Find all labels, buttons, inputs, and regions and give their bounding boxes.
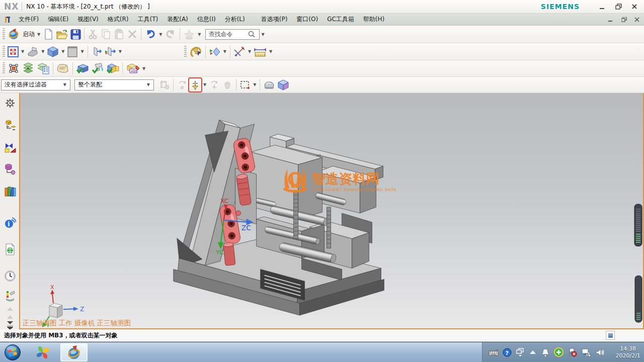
clip-view-icon[interactable] <box>606 331 615 340</box>
edit-section-icon[interactable] <box>90 45 103 59</box>
assembly-navigator-icon[interactable] <box>4 119 16 131</box>
gesture-icon[interactable] <box>182 27 196 41</box>
fit-view-icon[interactable] <box>7 45 20 59</box>
assembly-model[interactable] <box>174 120 384 315</box>
find-dropdown[interactable]: ▼ <box>260 32 266 37</box>
find-command-input[interactable] <box>208 31 248 38</box>
measure-icon[interactable] <box>232 45 247 59</box>
type-filter-dropdown[interactable]: ▼ <box>58 82 68 87</box>
true-shading-icon[interactable] <box>66 45 79 59</box>
paste-icon[interactable] <box>113 27 126 41</box>
shaded-object-icon[interactable] <box>262 78 276 92</box>
assembly-arrangements-icon[interactable] <box>21 61 36 75</box>
name-abc-icon[interactable]: ABC <box>125 61 141 75</box>
menu-close-button[interactable] <box>632 16 642 23</box>
tool-check-icon[interactable] <box>90 61 105 75</box>
menu-edit[interactable]: 编辑(E) <box>43 14 73 25</box>
dimension-dropdown[interactable]: ▼ <box>268 49 274 54</box>
start-orb-icon[interactable] <box>4 344 21 361</box>
action-flag-icon[interactable] <box>568 347 577 357</box>
menu-file[interactable]: 文件(F) <box>14 14 43 25</box>
roles-gear-icon[interactable] <box>4 97 16 109</box>
menu-view[interactable]: 视图(V) <box>73 14 103 25</box>
fit-dropdown[interactable]: ▼ <box>20 49 26 54</box>
cut-icon[interactable] <box>87 27 100 41</box>
undo-dropdown[interactable]: ▼ <box>157 32 164 37</box>
toolbar-grip[interactable] <box>3 62 5 74</box>
safety-plus-icon[interactable] <box>554 347 564 357</box>
open-file-icon[interactable] <box>55 27 69 41</box>
menu-help[interactable]: 帮助(H) <box>359 14 389 25</box>
menu-window[interactable]: 窗口(O) <box>292 14 323 25</box>
snap-navigation-icon[interactable] <box>188 45 203 59</box>
reuse-library-icon[interactable] <box>4 186 16 198</box>
scroll-up-alt-icon[interactable] <box>4 314 16 320</box>
pinwheel-app-icon[interactable] <box>34 344 51 361</box>
part-menu-icon[interactable] <box>4 16 11 24</box>
scroll-up-icon[interactable] <box>4 306 16 312</box>
toolbar-grip[interactable] <box>3 28 5 40</box>
scope-dropdown[interactable]: ▼ <box>142 82 151 87</box>
delete-icon[interactable] <box>126 27 139 41</box>
toolbar-grip[interactable] <box>184 46 187 58</box>
marquee-select-icon[interactable] <box>238 78 252 92</box>
snap-dropdown[interactable]: ▼ <box>202 82 208 87</box>
shaded-dropdown[interactable]: ▼ <box>60 49 66 54</box>
internet-info-icon[interactable]: i <box>4 217 16 229</box>
keyboard-tray-icon[interactable] <box>489 347 499 357</box>
orient-geometry-icon[interactable] <box>26 45 40 59</box>
launch-label[interactable]: 启动 <box>23 30 35 39</box>
menu-gc-toolbox[interactable]: GC工具箱 <box>323 14 359 25</box>
menu-format[interactable]: 格式(R) <box>103 14 133 25</box>
move-component-icon[interactable] <box>7 61 21 75</box>
nx-launch-icon[interactable] <box>7 27 21 41</box>
web-browser-icon[interactable] <box>4 243 16 255</box>
drag-hand-icon[interactable] <box>221 78 234 92</box>
copy-icon[interactable] <box>100 27 113 41</box>
assemble-check-icon[interactable] <box>75 61 90 75</box>
constraint-navigator-icon[interactable] <box>4 141 16 153</box>
new-file-icon[interactable] <box>42 27 55 41</box>
selection-scope-combo[interactable]: 整个装配 ▼ <box>74 79 154 90</box>
find-command-box[interactable] <box>205 29 260 40</box>
menu-assemblies[interactable]: 装配(A) <box>163 14 193 25</box>
snap-hand-icon[interactable] <box>176 78 189 92</box>
menu-analysis[interactable]: 分析(L) <box>220 14 250 25</box>
section-dropdown[interactable]: ▼ <box>117 49 123 54</box>
menu-restore-button[interactable] <box>619 16 629 23</box>
taskbar-clock[interactable]: 14:38 2020/2/1 <box>612 345 644 359</box>
launch-dropdown[interactable]: ▼ <box>36 32 42 37</box>
part-navigator-icon[interactable] <box>4 163 16 175</box>
gesture-dropdown[interactable]: ▼ <box>196 32 202 37</box>
view-operation-icon[interactable] <box>208 45 222 59</box>
view-op-dropdown[interactable]: ▼ <box>222 49 228 54</box>
undo-icon[interactable] <box>143 27 157 41</box>
menu-tools[interactable]: 工具(T) <box>133 14 163 25</box>
menu-information[interactable]: 信息(I) <box>193 14 220 25</box>
menu-preferences[interactable]: 首选项(P) <box>257 14 292 25</box>
menu-minimize-button[interactable] <box>606 16 616 23</box>
name-dropdown[interactable]: ▼ <box>141 66 147 71</box>
show-hidden-icon[interactable] <box>528 347 537 357</box>
linear-dimension-icon[interactable] <box>253 45 268 59</box>
restore-button[interactable] <box>612 2 625 11</box>
marquee-dropdown[interactable]: ▼ <box>252 82 258 87</box>
cube-select-icon[interactable] <box>276 78 290 92</box>
redo-icon[interactable] <box>164 27 178 41</box>
help-tray-icon[interactable]: ? <box>503 347 512 357</box>
network-icon[interactable] <box>581 347 591 357</box>
graphics-window[interactable]: XC ZC YC 智造资料网 INTELLIGENT <box>20 93 644 329</box>
palettes-icon[interactable] <box>4 290 16 302</box>
shading-dropdown[interactable]: ▼ <box>79 49 85 54</box>
clip-section-icon[interactable] <box>103 45 117 59</box>
collapse-down-icon[interactable] <box>4 320 16 325</box>
component-select-icon[interactable] <box>158 78 171 92</box>
measure-dropdown[interactable]: ▼ <box>247 49 253 54</box>
bell-icon[interactable] <box>541 347 550 357</box>
nx-taskbar-button[interactable] <box>60 343 88 361</box>
tag-note-icon[interactable] <box>55 61 70 75</box>
save-file-icon[interactable] <box>69 27 82 41</box>
orient-dropdown[interactable]: ▼ <box>40 49 46 54</box>
volume-icon[interactable] <box>595 347 605 357</box>
search-icon[interactable] <box>248 30 256 38</box>
